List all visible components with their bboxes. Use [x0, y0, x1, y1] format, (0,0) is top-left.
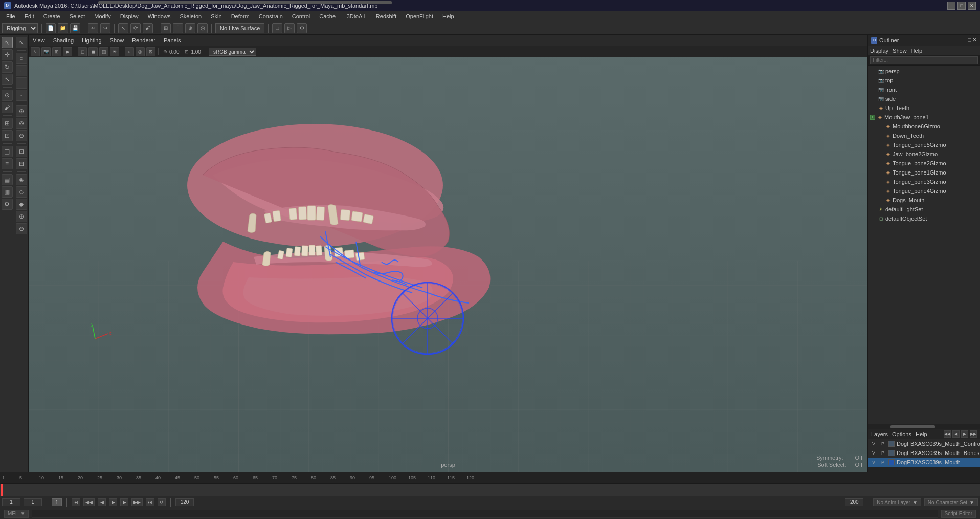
menu-select[interactable]: Select: [65, 12, 90, 20]
outliner-item-dogs-mouth[interactable]: ◈ Dogs_Mouth: [868, 196, 980, 205]
menu-help[interactable]: Help: [438, 12, 458, 20]
start-frame-field[interactable]: 1: [2, 498, 20, 506]
layers-scroll-thumb[interactable]: [98, 1, 392, 4]
expand-plus-btn[interactable]: +: [870, 115, 875, 120]
menu-display[interactable]: Display: [116, 12, 143, 20]
param-1[interactable]: ⊡: [16, 146, 27, 157]
save-file-button[interactable]: 💾: [70, 23, 80, 33]
misc-2[interactable]: ⊚: [16, 118, 27, 129]
redo-button[interactable]: ↪: [100, 23, 110, 33]
script-mode-btn[interactable]: MEL ▼: [4, 510, 29, 518]
gamma-select[interactable]: sRGB gamma: [209, 48, 256, 56]
menu-edit[interactable]: Edit: [20, 12, 38, 20]
vp-textured-btn[interactable]: ▨: [99, 47, 108, 56]
outliner-item-default-light[interactable]: ☀ defaultLightSet: [868, 205, 980, 214]
render-view-button[interactable]: □: [272, 23, 282, 33]
menu-skin[interactable]: Skin: [207, 12, 226, 20]
outliner-item-top[interactable]: 📷 top: [868, 76, 980, 85]
menu-cache[interactable]: Cache: [315, 12, 340, 20]
vp-display-btn[interactable]: ◎: [136, 47, 145, 56]
obj-mode-btn[interactable]: ○: [16, 53, 27, 64]
current-frame-field[interactable]: 1: [24, 498, 42, 506]
ipr-button[interactable]: ▷: [284, 23, 295, 33]
vp-camera-btn[interactable]: 📷: [41, 47, 51, 56]
vp-hud-btn[interactable]: ⊠: [146, 47, 155, 56]
layer-p1[interactable]: P: [879, 441, 886, 446]
vp-renderer-menu[interactable]: Renderer: [130, 37, 158, 44]
vp-anim-btn[interactable]: ▶: [63, 47, 72, 56]
rotate-tool-btn[interactable]: ↻: [2, 61, 13, 73]
layers-nav-prev2[interactable]: ◀◀: [944, 430, 951, 438]
outliner-item-tongue4[interactable]: ◈ Tongue_bone4Gizmo: [868, 186, 980, 196]
attr-btn[interactable]: ≡: [2, 158, 13, 169]
outliner-scrollbar[interactable]: [868, 424, 980, 429]
viewport-canvas[interactable]: x y persp Symmetry: Off Soft Select: Off: [29, 57, 867, 472]
vp-lighting-menu[interactable]: Lighting: [80, 37, 104, 44]
menu-3dtoall[interactable]: -3DtoAll-: [341, 12, 371, 20]
outliner-display-menu[interactable]: Display: [870, 48, 888, 54]
menu-constrain[interactable]: Constrain: [255, 12, 287, 20]
vp-circle-btn[interactable]: ○: [125, 47, 134, 56]
layers-nav-next2[interactable]: ▶▶: [970, 430, 977, 438]
snap-curve-button[interactable]: ⌒: [173, 23, 183, 33]
mode-dropdown[interactable]: Rigging: [2, 23, 38, 33]
anim-end-field[interactable]: 200: [845, 498, 863, 506]
outliner-item-default-obj[interactable]: ◻ defaultObjectSet: [868, 214, 980, 223]
menu-openflight[interactable]: OpenFlight: [402, 12, 437, 20]
menu-modify[interactable]: Modify: [90, 12, 115, 20]
open-file-button[interactable]: 📁: [58, 23, 68, 33]
render-settings-button[interactable]: ⚙: [297, 23, 307, 33]
viewport[interactable]: View Shading Lighting Show Renderer Pane…: [29, 35, 867, 472]
snap-point-button[interactable]: ⊕: [185, 23, 195, 33]
vp-lighting-btn[interactable]: ☀: [110, 47, 119, 56]
lasso-tool-button[interactable]: ⟳: [130, 23, 141, 33]
menu-skeleton[interactable]: Skeleton: [175, 12, 206, 20]
undo-button[interactable]: ↩: [88, 23, 98, 33]
layers-menu[interactable]: Layers: [871, 431, 888, 437]
vp-grid-btn[interactable]: ⊞: [52, 47, 61, 56]
char-set-dropdown[interactable]: No Character Set ▼: [924, 498, 978, 506]
misc-1[interactable]: ⊛: [16, 105, 27, 117]
layer-row-control[interactable]: V P DogFBXASC039s_Mouth_Control: [868, 439, 980, 448]
layers-nav-next[interactable]: ▶: [961, 430, 968, 438]
param-2[interactable]: ⊟: [16, 158, 27, 169]
soft-mod-btn[interactable]: ⊙: [2, 90, 13, 101]
outliner-close[interactable]: ✕: [972, 37, 977, 44]
outliner-maximize[interactable]: □: [968, 37, 971, 44]
history-btn[interactable]: ◫: [2, 146, 13, 157]
script-editor-btn[interactable]: Script Editor: [941, 510, 976, 518]
outliner-item-tongue3[interactable]: ◈ Tongue_bone3Gizmo: [868, 177, 980, 186]
layers-help-menu[interactable]: Help: [916, 431, 927, 437]
layer-row-mouth[interactable]: V P DogFBXASC039s_Mouth: [868, 458, 980, 467]
outliner-item-tongue5[interactable]: ◈ Tongue_bone5Gizmo: [868, 140, 980, 149]
outliner-item-mouthjaw[interactable]: + ◈ MouthJaw_bone1: [868, 113, 980, 122]
outliner-item-tongue1[interactable]: ◈ Tongue_bone1Gizmo: [868, 168, 980, 177]
vp-smooth-btn[interactable]: ◼: [88, 47, 98, 56]
outliner-show-menu[interactable]: Show: [893, 48, 907, 54]
timeline-track[interactable]: [0, 484, 980, 497]
move-tool-btn[interactable]: ✛: [2, 49, 13, 60]
end-frame-field[interactable]: 120: [175, 498, 194, 506]
layer-v1[interactable]: V: [870, 441, 877, 446]
layer-v2[interactable]: V: [870, 450, 877, 456]
scale-tool-btn[interactable]: ⤡: [2, 74, 13, 85]
loop-btn[interactable]: ↺: [158, 498, 166, 506]
outliner-help-menu[interactable]: Help: [911, 48, 923, 54]
snap-surface-button[interactable]: ◎: [197, 23, 208, 33]
menu-control[interactable]: Control: [288, 12, 314, 20]
menu-deform[interactable]: Deform: [227, 12, 254, 20]
outliner-item-jaw2[interactable]: ◈ Jaw_bone2Gizmo: [868, 149, 980, 159]
live-surface-button[interactable]: No Live Surface: [215, 23, 264, 33]
snap-grid-button[interactable]: ⊞: [161, 23, 171, 33]
vp-select-btn[interactable]: ↖: [31, 47, 40, 56]
outliner-item-persp[interactable]: 📷 persp: [868, 67, 980, 76]
snap-view-btn[interactable]: ⊡: [2, 130, 13, 141]
edge-btn[interactable]: ─: [16, 77, 27, 89]
menu-create[interactable]: Create: [39, 12, 64, 20]
outliner-scroll-thumb[interactable]: [890, 425, 936, 428]
menu-redshift[interactable]: Redshift: [372, 12, 400, 20]
outliner-item-up-teeth[interactable]: ◈ Up_Teeth: [868, 103, 980, 113]
anim-layer-dropdown[interactable]: No Anim Layer ▼: [873, 498, 921, 506]
layers-nav-prev[interactable]: ◀: [952, 430, 960, 438]
step-back-btn[interactable]: ◀◀: [83, 498, 95, 506]
